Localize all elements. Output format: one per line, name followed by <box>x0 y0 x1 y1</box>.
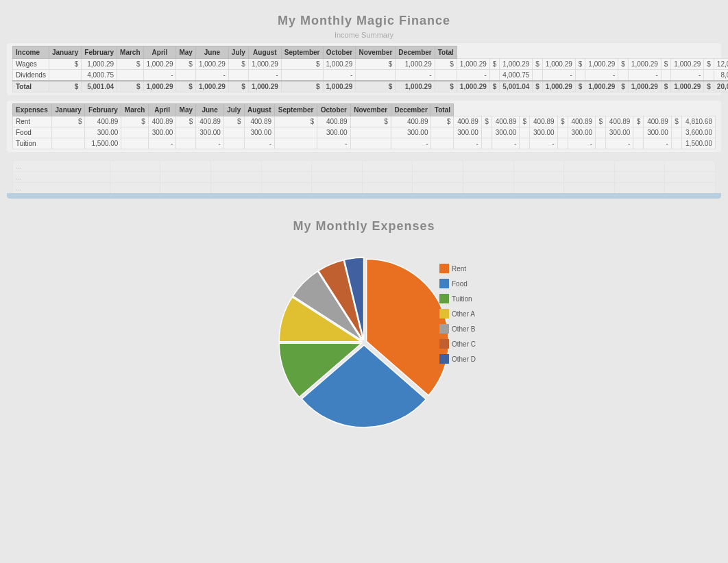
wages-mar-val: 1,000.29 <box>195 59 228 70</box>
itotal-mar-dollar: $ <box>176 81 195 92</box>
itotal-sep-dollar: $ <box>533 81 543 92</box>
div-dec-val: - <box>671 70 704 82</box>
col-sep: September <box>281 47 323 59</box>
ecol-mar: March <box>121 104 148 116</box>
div-sep-dollar <box>533 70 543 82</box>
svg-text:Other C: Other C <box>452 340 476 348</box>
svg-rect-8 <box>439 324 449 334</box>
tuition-apr-dollar <box>223 138 244 149</box>
col-dec: December <box>396 47 435 59</box>
food-jul-dollar <box>431 127 454 138</box>
rent-jan-dollar: $ <box>51 116 84 127</box>
wages-jul-val: 1,000.29 <box>457 59 489 70</box>
svg-text:Other A: Other A <box>452 310 475 318</box>
rent-nov-dollar: $ <box>596 116 606 127</box>
svg-text:Other D: Other D <box>452 355 476 363</box>
rent-feb-dollar: $ <box>121 116 148 127</box>
rent-jun-dollar: $ <box>350 116 391 127</box>
col-jan: January <box>49 47 81 59</box>
expenses-col-header: Expenses <box>13 104 52 116</box>
rent-oct-dollar: $ <box>557 116 568 127</box>
expenses-chart-title: My Monthly Expenses <box>14 219 714 234</box>
wages-oct-val: 1,000.29 <box>585 59 618 70</box>
income-body: Wages $ 1,000.29 $ 1,000.29 $ 1,000.29 $… <box>13 59 729 92</box>
rent-jul-dollar: $ <box>431 116 454 127</box>
ecol-jun: June <box>196 104 224 116</box>
wages-sep-dollar: $ <box>533 59 543 70</box>
itotal-nov-dollar: $ <box>618 81 629 92</box>
tuition-total-val: 1,500.00 <box>681 138 715 149</box>
wages-total-val: 12,003.48 <box>714 59 728 70</box>
div-dec-dollar <box>661 70 671 82</box>
ecol-feb: February <box>85 104 121 116</box>
ecol-apr: April <box>148 104 176 116</box>
tuition-sep-val: - <box>530 138 558 149</box>
itotal-aug-val: 5,001.04 <box>500 81 533 92</box>
itotal-feb-val: 1,000.29 <box>143 81 176 92</box>
tuition-total-dollar <box>671 138 681 149</box>
pie-chart-wrapper: RentFoodTuitionOther AOther BOther COthe… <box>213 236 515 442</box>
col-jul: July <box>228 47 248 59</box>
wages-aug-dollar: $ <box>489 59 500 70</box>
food-total-val: 3,600.00 <box>681 127 715 138</box>
div-jul-dollar <box>435 70 457 82</box>
page: My Monthly Magic Finance Income Summary … <box>0 0 728 457</box>
tuition-mar-dollar <box>176 138 196 149</box>
food-jul-val: 300.00 <box>454 127 482 138</box>
food-mar-val: 300.00 <box>196 127 224 138</box>
itotal-aug-dollar: $ <box>489 81 500 92</box>
itotal-total-dollar: $ <box>704 81 714 92</box>
rent-may-val: 400.89 <box>317 116 350 127</box>
expenses-table-container: Expenses January February March April Ma… <box>7 101 721 152</box>
itotal-jul-val: 1,000.29 <box>457 81 489 92</box>
rent-mar-val: 400.89 <box>196 116 224 127</box>
rent-oct-val: 400.89 <box>568 116 596 127</box>
itotal-total-val: 20,004.98 <box>714 81 728 92</box>
svg-rect-0 <box>439 264 449 273</box>
ecol-nov: November <box>350 104 391 116</box>
svg-rect-6 <box>439 309 449 318</box>
pie-chart: RentFoodTuitionOther AOther BOther COthe… <box>227 243 501 435</box>
rent-row: Rent $ 400.89 $ 400.89 $ 400.89 $ 400.89… <box>13 116 716 127</box>
ecol-may: May <box>176 104 196 116</box>
rent-sep-dollar: $ <box>520 116 530 127</box>
tuition-label: Tuition <box>13 138 52 149</box>
div-feb-dollar <box>117 70 143 82</box>
itotal-jun-val: 1,000.29 <box>396 81 435 92</box>
food-may-val: 300.00 <box>317 127 350 138</box>
rent-label: Rent <box>13 116 52 127</box>
rent-jun-val: 400.89 <box>391 116 431 127</box>
food-jan-dollar <box>51 127 84 138</box>
div-total-val: 8,001.50 <box>714 70 728 82</box>
svg-rect-4 <box>439 294 449 303</box>
col-oct: October <box>323 47 356 59</box>
div-sep-val: - <box>542 70 575 82</box>
rent-apr-dollar: $ <box>223 116 244 127</box>
wages-oct-dollar: $ <box>575 59 585 70</box>
food-total-dollar <box>671 127 681 138</box>
legend-item-other a: Other A <box>439 309 475 318</box>
itotal-oct-dollar: $ <box>575 81 585 92</box>
ecol-total: Total <box>431 104 454 116</box>
income-col-header: Income <box>13 47 49 59</box>
food-aug-dollar <box>481 127 492 138</box>
legend-item-other d: Other D <box>439 354 476 364</box>
div-total-dollar <box>704 70 714 82</box>
food-aug-val: 300.00 <box>492 127 520 138</box>
food-jun-dollar <box>350 127 391 138</box>
svg-text:Tuition: Tuition <box>452 295 472 303</box>
svg-rect-10 <box>439 339 449 349</box>
itotal-oct-val: 1,000.29 <box>585 81 618 92</box>
ecol-jul: July <box>223 104 244 116</box>
rent-sep-val: 400.89 <box>530 116 558 127</box>
div-oct-val: - <box>585 70 618 82</box>
wages-may-val: 1,000.29 <box>323 59 356 70</box>
income-table: Income January February March April May … <box>12 46 728 92</box>
tuition-dec-dollar <box>633 138 644 149</box>
income-table-container: Income January February March April May … <box>7 43 721 95</box>
col-nov: November <box>356 47 396 59</box>
div-aug-val: 4,000.75 <box>500 70 533 82</box>
tuition-oct-val: - <box>568 138 596 149</box>
tuition-jul-dollar <box>431 138 454 149</box>
food-oct-val: 300.00 <box>568 127 596 138</box>
